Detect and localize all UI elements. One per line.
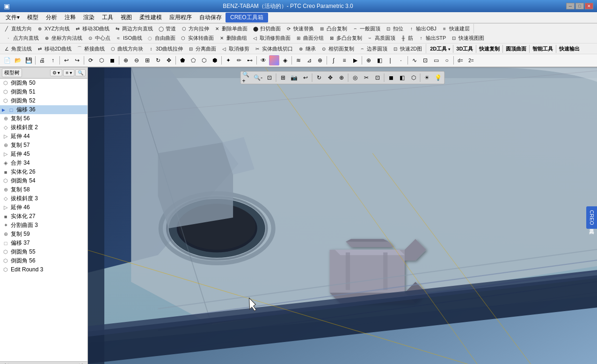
icon-surface[interactable]: ⬡ — [199, 55, 209, 66]
tb-free-surface[interactable]: ◌自由曲面 — [145, 33, 177, 43]
icon-undo[interactable]: ↩ — [61, 55, 72, 66]
icon-prog[interactable]: ▶ — [350, 55, 360, 66]
tree-item-extrude46[interactable]: ▷延伸 46 — [0, 203, 87, 212]
panel-settings-btn[interactable]: ⚙ ▾ — [50, 69, 63, 76]
tb-buckle[interactable]: ⊡扣位 — [383, 24, 405, 33]
tb-quick-replace[interactable]: ⟳快速替换 — [283, 24, 316, 33]
restore-button[interactable]: □ — [575, 3, 584, 9]
icon-datum[interactable]: ✦ — [223, 55, 233, 66]
icon-dimension[interactable]: ⊷ — [245, 55, 255, 66]
menu-view[interactable]: 视图 — [117, 13, 136, 22]
view-restore[interactable]: ↩ — [300, 73, 311, 83]
tree-item-offset37[interactable]: □偏移 37 — [0, 239, 87, 248]
tb-pipe[interactable]: ◯管道 — [155, 24, 178, 33]
icon-box-select[interactable]: ▭ — [431, 55, 441, 66]
tb-xyz-line[interactable]: ⊕XYZ方向线 — [34, 24, 72, 33]
icon-model-display[interactable]: ⬡ — [96, 55, 107, 66]
tb-sweep-cut[interactable]: ⬤扫切曲面 — [250, 24, 283, 33]
tb-rib[interactable]: ╫筋 — [398, 33, 415, 43]
menu-file[interactable]: 文件▾ — [2, 13, 23, 22]
icon-mass[interactable]: ⊕ — [315, 55, 325, 66]
icon-visibility[interactable]: 👁 — [258, 55, 269, 66]
view-orient[interactable]: ◎ — [350, 73, 360, 83]
icon-param[interactable]: ≡ — [339, 55, 349, 66]
view-shade1[interactable]: ◼ — [386, 73, 396, 83]
tb-quick-view[interactable]: ⊡快速视图图 — [448, 33, 486, 43]
scroll-left-btn[interactable]: ◀ — [1, 362, 7, 364]
tb-quick-2d[interactable]: ⊡快速2D图 — [390, 44, 424, 53]
view-refit[interactable]: ⊞ — [278, 73, 288, 83]
icon-new[interactable]: 📄 — [2, 55, 12, 66]
icon-body[interactable]: ⬢ — [210, 55, 220, 66]
tb-solid-curve-cut[interactable]: ✂实体曲线切口 — [252, 44, 295, 53]
view-wire[interactable]: ⬡ — [408, 73, 419, 83]
icon-zoom-fit[interactable]: ⊞ — [142, 55, 153, 66]
icon-analysis[interactable]: ≋ — [293, 55, 304, 66]
tb-curve-dir[interactable]: ⬡曲线方向块 — [107, 44, 145, 53]
tb-del-group[interactable]: ✕删除曲组 — [216, 33, 249, 43]
tb-cancel-trim2[interactable]: ◁取消修剪 — [218, 44, 251, 53]
tree-item-offset36[interactable]: ▶ □偏移 36 — [0, 105, 87, 114]
menu-creo[interactable]: CREO工具箱 — [226, 13, 268, 22]
view-save-disp[interactable]: 📷 — [289, 73, 299, 83]
tree-item-extrude45[interactable]: ▷延伸 45 — [0, 150, 87, 159]
menu-autosave[interactable]: 自动保存 — [196, 13, 226, 22]
tb-bridge-curve[interactable]: ⌒桥接曲线 — [74, 44, 107, 53]
tb-point-dir[interactable]: ·点方向直线 — [3, 33, 41, 43]
icon-edge[interactable]: ⬠ — [188, 55, 198, 66]
tree-item-chamfer52[interactable]: ⬡倒圆角 52 — [0, 96, 87, 105]
view-zoom-out[interactable]: 🔍- — [253, 73, 263, 83]
icon-save[interactable]: 💾 — [23, 55, 34, 66]
tb-tangent-copy[interactable]: ⊙相切面复制 — [318, 44, 356, 53]
icon-coord-sys[interactable]: ⊕ — [364, 55, 374, 66]
tree-item-draft3[interactable]: ◇拔模斜度 3 — [0, 194, 87, 203]
tb-hq-dome[interactable]: ⌣高质圆顶 — [364, 33, 397, 43]
scroll-right-btn[interactable]: ▶ — [80, 362, 87, 364]
icon-circle-sel[interactable]: ○ — [442, 55, 452, 66]
icon-d1[interactable]: d= — [455, 55, 466, 66]
viewport[interactable]: 🔍+ 🔍- ⊡ ⊞ 📷 ↩ ↻ ✥ ⊕ ◎ ✂ ⊡ ◼ ◧ ⬡ ☀ 💡 CREO… — [88, 67, 597, 364]
icon-feature[interactable]: ⬟ — [177, 55, 188, 66]
tree-item-chamfer51[interactable]: ⬡倒圆角 51 — [0, 87, 87, 96]
icon-axis[interactable]: | — [385, 55, 395, 66]
icon-shading[interactable]: ◼ — [107, 55, 117, 66]
icon-regenerate[interactable]: ⟳ — [86, 55, 96, 66]
tb-inherit[interactable]: ⊕继承 — [295, 44, 318, 53]
tree-item-copy56[interactable]: ⊕复制 56 — [0, 114, 87, 123]
tb-solid-to-surf[interactable]: ⬡实体转曲面 — [178, 33, 216, 43]
tb-surf-group[interactable]: ⊞曲面分组 — [293, 33, 326, 43]
menu-flexible[interactable]: 柔性建模 — [136, 13, 166, 22]
icon-relation[interactable]: ∫ — [328, 55, 339, 66]
tb-angle-law[interactable]: ∠角度法线 — [1, 44, 34, 53]
tree-item-copy58[interactable]: ⊕复制 58 — [0, 185, 87, 194]
icon-wrap[interactable]: ⊡ — [420, 55, 430, 66]
tree-item-solid26[interactable]: ■实体化 26 — [0, 167, 87, 176]
view-shade2[interactable]: ◧ — [397, 73, 408, 83]
tb-del-surface[interactable]: ✕删除单曲面 — [211, 24, 249, 33]
tree-item-split3[interactable]: ✦分割曲面 3 — [0, 221, 87, 230]
tree-list[interactable]: ⬡倒圆角 50⬡倒圆角 51⬡倒圆角 52▶ □偏移 36⊕复制 56◇拔模斜度… — [0, 79, 87, 361]
tb-move-3d[interactable]: ⇄移动3D曲线 — [72, 24, 111, 33]
icon-d2[interactable]: 2= — [466, 55, 476, 66]
menu-render[interactable]: 渲染 — [80, 13, 98, 22]
tree-item-editround3[interactable]: ⬡Edit Round 3 — [0, 265, 87, 274]
icon-open[interactable]: 📂 — [13, 55, 23, 66]
menu-apps[interactable]: 应用程序 — [166, 13, 196, 22]
icon-redo[interactable]: ↪ — [72, 55, 82, 66]
tree-item-chamfer50[interactable]: ⬡倒圆角 50 — [0, 79, 87, 87]
tb-multi-boss[interactable]: ⊠多凸台复制 — [326, 33, 364, 43]
icon-zoom-in[interactable]: ⊕ — [121, 55, 131, 66]
menu-annotation[interactable]: 注释 — [61, 13, 80, 22]
tb-iso-curve[interactable]: ≈ISO曲线 — [113, 33, 144, 43]
panel-expand-btn[interactable]: ≡ ▾ — [63, 69, 74, 76]
icon-zoom-out[interactable]: ⊖ — [131, 55, 142, 66]
minimize-button[interactable]: ─ — [566, 3, 575, 9]
icon-point2[interactable]: · — [396, 55, 406, 66]
tb-boss-copy[interactable]: ⊞凸台复制 — [316, 24, 349, 33]
tree-item-solid27[interactable]: ■实体化 27 — [0, 212, 87, 221]
icon-rotate[interactable]: ↻ — [153, 55, 163, 66]
tree-item-copy59[interactable]: ⊕复制 59 — [0, 230, 87, 239]
icon-export[interactable]: ↑ — [48, 55, 58, 66]
tb-quick-layer[interactable]: ≡快速建层 — [439, 24, 472, 33]
tb-export-obj[interactable]: ↑输出OBJ — [406, 24, 438, 33]
